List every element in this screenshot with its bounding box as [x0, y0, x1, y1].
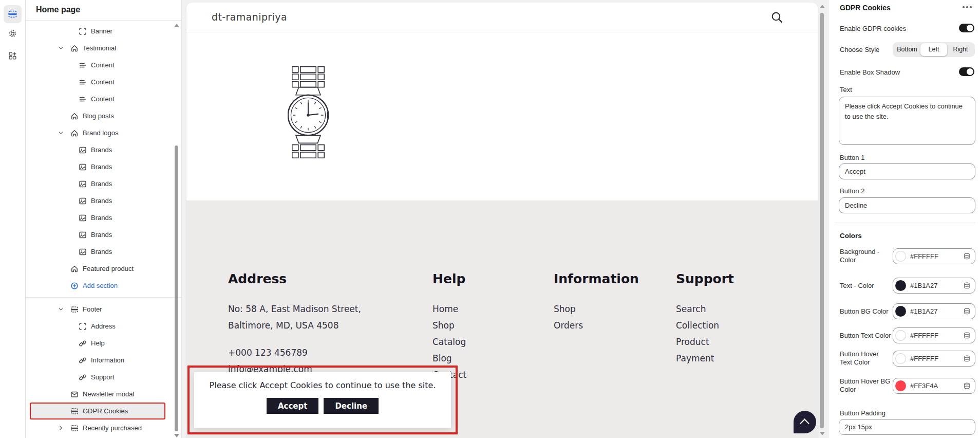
decline-button[interactable]: Decline [324, 398, 379, 414]
page-title: Home page [36, 5, 80, 14]
colors-heading: Colors [840, 232, 862, 240]
preview-scroll-down-arrow[interactable] [820, 432, 825, 435]
sidebar-item-brands[interactable]: Brands [25, 209, 181, 226]
preview-scroll-up-arrow[interactable] [820, 5, 825, 8]
background-color-picker[interactable]: #FFFFFF [893, 248, 975, 264]
sidebar-item-brands[interactable]: Brands [25, 141, 181, 158]
text-color-picker[interactable]: #1B1A27 [893, 278, 975, 294]
gdpr-cookie-banner[interactable]: Please click Accept Cookies to continue … [194, 372, 451, 428]
scroll-to-top-button[interactable] [794, 411, 816, 433]
style-option-right[interactable]: Right [947, 43, 974, 56]
choose-style-label: Choose Style [840, 46, 879, 53]
chevron-up-icon [800, 418, 809, 428]
footer-link[interactable]: Collection [676, 317, 734, 334]
color-swatch [895, 380, 906, 391]
sidebar-item-brands[interactable]: Brands [25, 243, 181, 260]
watch-illustration[interactable] [288, 66, 329, 165]
color-hex-value: #1B1A27 [910, 307, 959, 315]
store-logo-text[interactable]: dt-ramanipriya [212, 11, 287, 23]
color-row: Text - Color #1B1A27 [840, 278, 975, 294]
chevron-right-icon[interactable] [58, 425, 64, 431]
cookie-buttons: Accept Decline [194, 398, 451, 414]
store-header[interactable]: dt-ramanipriya [186, 3, 818, 32]
database-icon[interactable] [963, 282, 971, 289]
sidebar-item-content[interactable]: Content [25, 57, 181, 74]
button-hover-text-color-picker[interactable]: #FFFFFF [893, 351, 975, 367]
button-text-color-picker[interactable]: #FFFFFF [893, 327, 975, 343]
footer-link[interactable]: Orders [554, 317, 639, 334]
sidebar-item-information[interactable]: Information [25, 352, 181, 369]
sidebar-item-testimonial[interactable]: Testimonial [25, 40, 181, 57]
accept-button[interactable]: Accept [267, 398, 318, 414]
sidebar-item-featured-product[interactable]: Featured product [25, 260, 181, 277]
chevron-down-icon[interactable] [58, 130, 64, 136]
section-highlight-outline: Please click Accept Cookies to continue … [187, 366, 458, 434]
button-hover-bg-color-picker[interactable]: #FF3F4A [893, 378, 975, 394]
add-section-button[interactable]: Add section [25, 277, 181, 294]
sidebar-item-blog-posts[interactable]: Blog posts [25, 107, 181, 124]
database-icon[interactable] [963, 252, 971, 260]
enable-gdpr-toggle[interactable] [959, 24, 974, 32]
sidebar-scroll-up-arrow[interactable] [174, 24, 179, 27]
database-icon[interactable] [963, 382, 971, 390]
sidebar-item-support[interactable]: Support [25, 369, 181, 386]
apps-icon[interactable] [8, 51, 17, 60]
brackets-icon [79, 322, 87, 331]
sidebar-item-content[interactable]: Content [25, 74, 181, 90]
database-icon[interactable] [963, 307, 971, 315]
tree-divider [25, 297, 181, 298]
chevron-down-icon[interactable] [58, 306, 64, 313]
address-line: No: 58 A, East Madison Street, [228, 301, 361, 317]
footer-support-column: Support Search Collection Product Paymen… [676, 271, 734, 367]
preview-scrollbar[interactable] [820, 13, 824, 428]
panel-divider [835, 223, 975, 223]
sidebar-item-brand-logos[interactable]: Brand logos [25, 124, 181, 141]
button-bg-color-picker[interactable]: #1B1A27 [893, 303, 975, 319]
color-hex-value: #1B1A27 [910, 282, 959, 289]
color-label: Button Text Color [840, 331, 893, 340]
sidebar-item-brands[interactable]: Brands [25, 192, 181, 209]
footer-link[interactable]: Shop [554, 301, 639, 317]
sidebar-item-recently-purchased[interactable]: Recently purchased [25, 419, 181, 436]
more-options-icon[interactable] [963, 6, 972, 8]
database-icon[interactable] [963, 332, 971, 339]
color-label: Button Hover Text Color [840, 350, 893, 368]
footer-link[interactable]: Home [432, 301, 466, 317]
button1-input[interactable] [839, 163, 975, 179]
footer-link[interactable]: Blog [432, 350, 466, 367]
sidebar-scrollbar[interactable] [175, 145, 178, 431]
button1-label: Button 1 [840, 154, 864, 161]
box-shadow-toggle[interactable] [959, 67, 974, 76]
sections-nav-button[interactable] [4, 5, 22, 23]
footer-link[interactable]: Search [676, 301, 734, 317]
sidebar-item-gdpr-cookies[interactable]: GDPR Cookies [30, 403, 165, 419]
gear-icon[interactable] [8, 29, 17, 38]
sidebar-item-help[interactable]: Help [25, 335, 181, 352]
cookie-text-input[interactable]: Please click Accept Cookies to continue … [839, 97, 975, 145]
style-option-bottom[interactable]: Bottom [894, 43, 920, 56]
footer-link[interactable]: Catalog [432, 334, 466, 350]
sidebar-item-brands[interactable]: Brands [25, 175, 181, 192]
address-line: Baltimore, MD, USA 4508 [228, 317, 361, 334]
chevron-down-icon[interactable] [58, 45, 64, 51]
sidebar-item-brands[interactable]: Brands [25, 158, 181, 175]
style-option-left[interactable]: Left [920, 43, 947, 56]
database-icon[interactable] [963, 355, 971, 362]
footer-link[interactable]: Shop [432, 317, 466, 334]
search-icon[interactable] [770, 11, 783, 24]
button2-input[interactable] [839, 197, 975, 213]
sidebar-item-brands[interactable]: Brands [25, 226, 181, 243]
footer-link[interactable]: Payment [676, 350, 734, 367]
sidebar-item-content[interactable]: Content [25, 90, 181, 107]
sidebar-item-footer[interactable]: Footer [25, 301, 181, 318]
section-icon [70, 424, 79, 432]
sidebar-item-newsletter-modal[interactable]: Newsletter modal [25, 386, 181, 403]
sidebar-item-banner[interactable]: Banner [25, 23, 181, 40]
footer-link[interactable]: Product [676, 334, 734, 350]
button-padding-input[interactable] [839, 419, 975, 435]
brackets-icon [79, 27, 87, 35]
home-icon [70, 265, 79, 273]
sidebar-item-address[interactable]: Address [25, 318, 181, 335]
image-icon [79, 248, 87, 256]
sidebar-scroll-down-arrow[interactable] [174, 434, 179, 437]
